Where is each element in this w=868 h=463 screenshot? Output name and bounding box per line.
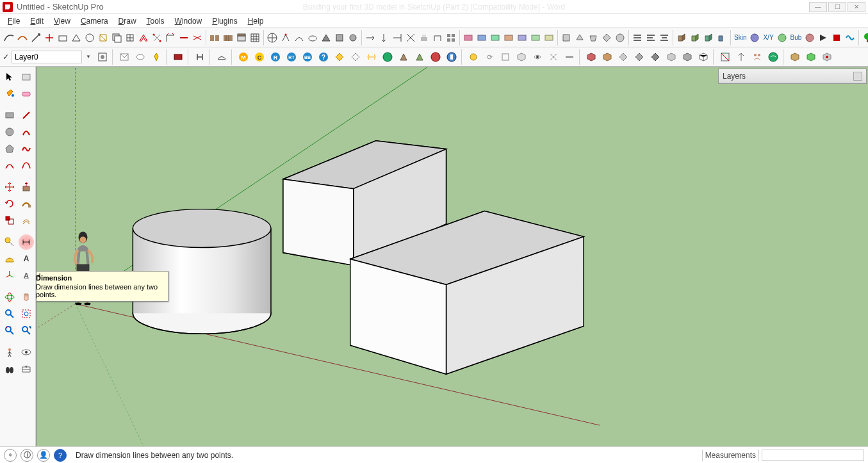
layer-manager-icon[interactable] bbox=[95, 49, 110, 65]
tool-icon[interactable] bbox=[675, 30, 688, 45]
menu-window[interactable]: Window bbox=[170, 15, 208, 27]
walk-tool-icon[interactable] bbox=[2, 361, 17, 377]
tool-icon[interactable] bbox=[702, 30, 715, 45]
menu-help[interactable]: Help bbox=[243, 15, 269, 27]
tool-icon[interactable] bbox=[431, 30, 444, 45]
pan-tool-icon[interactable] bbox=[19, 289, 34, 305]
line-tool-icon[interactable] bbox=[19, 108, 34, 123]
tool-icon[interactable] bbox=[529, 30, 542, 45]
tool-icon[interactable] bbox=[364, 49, 379, 65]
tool-icon[interactable] bbox=[475, 30, 488, 45]
arc-tool-icon[interactable] bbox=[19, 124, 34, 140]
round-icon-help[interactable]: ? bbox=[316, 49, 331, 65]
tool-icon[interactable] bbox=[819, 49, 835, 65]
tool-icon[interactable] bbox=[616, 49, 631, 65]
protractor-icon[interactable] bbox=[2, 251, 17, 266]
tool-icon[interactable] bbox=[502, 30, 515, 45]
tool-icon[interactable] bbox=[56, 30, 69, 45]
rectangle-tool-icon[interactable] bbox=[2, 108, 17, 123]
tool-icon[interactable] bbox=[404, 30, 417, 45]
layer-visible-check[interactable]: ✓ bbox=[3, 53, 9, 61]
eraser-icon[interactable] bbox=[19, 86, 34, 101]
axes-tool-icon[interactable] bbox=[2, 268, 17, 283]
tool-icon[interactable] bbox=[149, 49, 164, 65]
polygon-tool-icon[interactable] bbox=[2, 141, 17, 156]
tool-icon[interactable] bbox=[124, 30, 136, 45]
tool-icon[interactable] bbox=[466, 49, 481, 65]
menu-camera[interactable]: Camera bbox=[76, 15, 113, 27]
minimize-button[interactable]: — bbox=[809, 2, 827, 12]
scale-tool-icon[interactable] bbox=[2, 213, 17, 228]
tool-icon[interactable] bbox=[293, 30, 306, 45]
tool-icon[interactable] bbox=[70, 30, 83, 45]
round-icon-bb[interactable]: BB bbox=[300, 49, 315, 65]
tool-icon[interactable] bbox=[151, 30, 163, 45]
orbit-tool-icon[interactable] bbox=[2, 289, 17, 305]
tool-icon[interactable] bbox=[377, 30, 390, 45]
round-icon-rt[interactable]: RT bbox=[284, 49, 299, 65]
tool-icon[interactable] bbox=[817, 30, 830, 45]
followme-tool-icon[interactable] bbox=[19, 196, 34, 211]
tool-icon[interactable] bbox=[680, 49, 695, 65]
tool-icon[interactable] bbox=[733, 49, 749, 65]
round-icon-c[interactable]: C bbox=[252, 49, 267, 65]
tool-icon[interactable] bbox=[445, 30, 457, 45]
zoom-window-icon[interactable] bbox=[19, 306, 34, 321]
tool-icon[interactable] bbox=[766, 49, 781, 65]
tool-icon[interactable] bbox=[664, 49, 679, 65]
tool-icon[interactable] bbox=[177, 30, 190, 45]
tool-icon[interactable] bbox=[266, 30, 279, 45]
toolbar-label-skin[interactable]: Skin bbox=[733, 34, 748, 41]
tool-icon[interactable] bbox=[696, 49, 711, 65]
curve-tool-icon[interactable] bbox=[2, 158, 17, 173]
layers-panel[interactable]: Layers bbox=[718, 69, 867, 84]
move-tool-icon[interactable] bbox=[2, 179, 17, 195]
tool-icon[interactable] bbox=[3, 30, 15, 45]
tool-icon[interactable] bbox=[222, 30, 234, 45]
pushpull-tool-icon[interactable] bbox=[19, 179, 34, 195]
tool-icon[interactable] bbox=[776, 30, 789, 45]
look-around-icon[interactable] bbox=[19, 345, 34, 360]
tool-icon[interactable] bbox=[717, 49, 733, 65]
position-camera-icon[interactable] bbox=[2, 345, 17, 360]
tool-icon[interactable] bbox=[631, 30, 644, 45]
component-tool-icon[interactable] bbox=[19, 69, 34, 85]
tool-icon[interactable] bbox=[748, 30, 761, 45]
tool-icon[interactable] bbox=[489, 30, 502, 45]
credits-icon[interactable]: ⓘ bbox=[20, 449, 33, 462]
tool-icon[interactable] bbox=[546, 49, 561, 65]
tool-icon[interactable] bbox=[391, 30, 404, 45]
tool-icon[interactable] bbox=[306, 30, 319, 45]
tool-icon[interactable] bbox=[380, 49, 395, 65]
tool-icon[interactable] bbox=[444, 49, 459, 65]
tool-icon[interactable] bbox=[530, 49, 545, 65]
tool-icon[interactable] bbox=[117, 49, 132, 65]
round-icon-m[interactable]: M bbox=[236, 49, 251, 65]
tool-icon[interactable] bbox=[191, 30, 204, 45]
tool-icon[interactable] bbox=[347, 30, 359, 45]
tool-icon[interactable] bbox=[428, 49, 443, 65]
toolbar-label-bub[interactable]: Bub bbox=[789, 34, 803, 41]
geo-location-icon[interactable]: ⌖ bbox=[4, 449, 17, 462]
tool-icon[interactable] bbox=[803, 30, 816, 45]
tool-icon[interactable] bbox=[412, 49, 427, 65]
menu-draw[interactable]: Draw bbox=[113, 15, 142, 27]
tool-icon[interactable] bbox=[137, 30, 150, 45]
tool-icon[interactable] bbox=[648, 49, 663, 65]
circle-tool-icon[interactable] bbox=[2, 124, 17, 140]
tool-icon[interactable] bbox=[716, 30, 728, 45]
rotate-tool-icon[interactable] bbox=[2, 196, 17, 211]
previous-view-icon[interactable] bbox=[19, 323, 34, 338]
tool-icon[interactable] bbox=[830, 30, 843, 45]
tool-icon[interactable] bbox=[364, 30, 377, 45]
tool-icon[interactable] bbox=[249, 30, 261, 45]
tool-icon[interactable] bbox=[498, 49, 513, 65]
tool-icon[interactable] bbox=[600, 49, 615, 65]
tool-icon[interactable] bbox=[584, 49, 599, 65]
close-button[interactable]: ✕ bbox=[848, 2, 865, 12]
tool-icon[interactable] bbox=[192, 49, 208, 65]
tool-icon[interactable] bbox=[543, 30, 555, 45]
tool-icon[interactable] bbox=[562, 49, 577, 65]
dimension-tool-icon[interactable] bbox=[19, 234, 34, 250]
tool-icon[interactable] bbox=[16, 30, 29, 45]
